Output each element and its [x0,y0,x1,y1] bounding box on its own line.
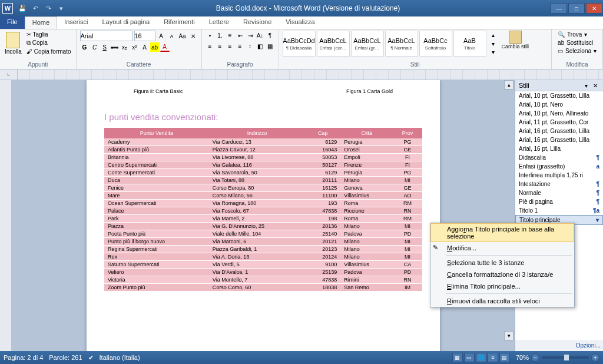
table-row[interactable]: Poeta Punto piùViale delle Mille, 104251… [104,230,422,238]
table-row[interactable]: FeniceCorso Europa, 8016125GenovaGE [104,184,422,192]
table-row[interactable]: Saturno SupermercatiVia Verdi, 59100Vill… [104,261,422,269]
document-viewport[interactable]: Figura ii: Carta Basic Figura 1 Carta Go… [12,80,515,351]
style-list-item[interactable]: Arial, 10 pt, Nero [515,100,603,109]
qat-redo-icon[interactable]: ↷ [44,4,53,13]
tab-layout[interactable]: Layout di pagina [95,16,157,29]
borders-button[interactable]: ▦ [266,41,275,51]
superscript-button[interactable]: x² [130,42,140,52]
highlight-button[interactable]: ab [150,42,160,52]
close-button[interactable]: ✕ [586,3,602,14]
style-list-item[interactable]: Interlinea multipla 1,25 ri [515,171,603,180]
zoom-percent[interactable]: 70% [516,354,529,361]
maximize-button[interactable]: □ [568,3,585,14]
gallery-up-icon[interactable]: ▴ [489,31,498,39]
style-list-item[interactable]: Arial, 10 pt, Grassetto, Lilla [515,91,603,100]
doc-scroll-up-button[interactable]: ▴ [504,80,513,90]
minimize-button[interactable]: — [551,3,567,14]
horizontal-ruler[interactable]: L [0,70,603,80]
view-outline-button[interactable]: ≡ [488,353,498,362]
align-center-button[interactable]: ≡ [216,41,225,51]
table-row[interactable]: Punto più il borgo nuovoVia Marconi, 620… [104,238,422,246]
paste-button[interactable]: Incolla [4,31,23,56]
styles-pane-close-icon[interactable]: ✕ [591,82,599,89]
text-effects-button[interactable]: A [140,42,150,52]
view-fullscreen-button[interactable]: ▭ [464,353,475,362]
tab-file[interactable]: File [0,16,25,29]
change-case-button[interactable]: Aa [178,31,187,41]
style-gallery-item[interactable]: AaBTitolo [453,31,486,57]
table-row[interactable]: Atlantis Punto piùPiazza Cavour, 1216043… [104,146,422,154]
table-row[interactable]: Ocean SupermercatiVia Romagna, 180193Rom… [104,200,422,207]
style-gallery-item[interactable]: AaBbCcLEnfasi (gr… [351,31,384,57]
menu-select-all-instances[interactable]: Seleziona tutte le 3 istanze [430,257,574,269]
zoom-out-button[interactable]: − [531,353,539,362]
table-row[interactable]: PiazzaVia G. D'Annunzio, 2520136MilanoMI [104,223,422,230]
view-print-layout-button[interactable]: ▦ [452,353,463,362]
tab-view[interactable]: Visualizza [279,16,322,29]
style-list-item[interactable]: Piè di pagina¶ [515,197,603,206]
find-button[interactable]: 🔍 Trova ▾ [555,31,599,38]
table-row[interactable]: PalaceVia Foscolo, 6747838RiccioneRN [104,207,422,215]
style-list-item[interactable]: Arial, 10 pt, Nero, Allineato [515,109,603,118]
underline-button[interactable]: S [100,42,110,52]
style-list-item[interactable]: Intestazione¶ [515,180,603,188]
tab-mailings[interactable]: Lettere [202,16,236,29]
styles-pane-dropdown-icon[interactable]: ▾ [583,82,589,89]
style-gallery-item[interactable]: AaBbCcLEnfasi (cor… [317,31,350,57]
table-row[interactable]: AcademyVia Carducci, 136129PerugiaPG [104,138,422,146]
zoom-slider[interactable] [542,356,589,359]
table-row[interactable]: VelieroVia D'Avalos, 125139PadovaPD [104,269,422,276]
font-size-input[interactable] [134,31,155,41]
align-right-button[interactable]: ≡ [226,41,235,51]
strike-button[interactable]: abc [110,42,120,52]
table-row[interactable]: MareCorso Milano, 5611100VillasimiusAO [104,192,422,200]
align-justify-button[interactable]: ≡ [236,41,245,51]
table-row[interactable]: ParkVia Mameli, 2198RomaRM [104,215,422,223]
table-row[interactable]: Zoom Punto piùCorso Como, 6018038San Rem… [104,284,422,292]
styles-options-link[interactable]: Opzioni... [576,342,601,349]
menu-remove-from-gallery[interactable]: Rimuovi dalla raccolta stili veloci [430,295,574,307]
bold-button[interactable]: G [80,42,90,52]
menu-update-style[interactable]: Aggiorna Titolo principale in base alla … [430,223,574,242]
style-list-item[interactable]: Titolo 1¶a [515,206,603,215]
status-language[interactable]: Italiano (Italia) [100,354,140,361]
vertical-ruler[interactable] [0,80,12,351]
italic-button[interactable]: C [90,42,100,52]
tab-insert[interactable]: Inserisci [57,16,95,29]
align-left-button[interactable]: ≡ [206,41,215,51]
replace-button[interactable]: ab Sostituisci [555,39,599,47]
table-row[interactable]: Centro SupermercatiVia Galatea, 11650127… [104,161,422,169]
decrease-indent-button[interactable]: ⇤ [236,31,245,40]
grow-font-button[interactable]: A [157,31,166,41]
qat-customize-icon[interactable]: ▾ [57,4,66,13]
table-row[interactable]: RexVia A. Doria, 1320124MilanoMI [104,253,422,261]
numbering-button[interactable]: 1. [216,31,225,40]
style-list-item[interactable]: Arial, 16 pt, Lilla [515,144,603,153]
menu-delete-style[interactable]: Elimina Titolo principale... [430,280,574,292]
zoom-slider-thumb[interactable] [564,355,569,360]
multilevel-button[interactable]: ≡ [226,31,235,40]
copy-button[interactable]: ⧉ Copia [25,39,72,47]
sales-table[interactable]: Punto VenditaIndirizzoCapCittàProv Acade… [104,128,422,292]
style-gallery-item[interactable]: AaBbCcSottotitolo [419,31,452,57]
shrink-font-button[interactable]: A [167,31,177,41]
table-row[interactable]: DucaVia Totani, 8820111MilanoMI [104,177,422,184]
table-row[interactable]: BritanniaVia Livornese, 8850053EmpoliFI [104,154,422,161]
view-web-button[interactable]: 🌐 [476,353,486,362]
doc-scroll-down-button[interactable]: ▾ [504,331,513,340]
qat-save-icon[interactable]: 💾 [18,4,27,13]
qat-undo-icon[interactable]: ↶ [31,4,40,13]
style-list-item[interactable]: Normale¶ [515,188,603,197]
style-list-item[interactable]: Didascalia¶ [515,153,603,162]
font-color-button[interactable]: A [160,42,170,52]
show-marks-button[interactable]: ¶ [266,31,275,40]
document-heading[interactable]: I punti vendita convenzionati: [104,112,422,122]
clear-format-button[interactable]: ✕ [188,31,198,41]
tab-references[interactable]: Riferimenti [157,16,202,29]
style-list-item[interactable]: Enfasi (grassetto)a [515,162,603,171]
tab-review[interactable]: Revisione [236,16,279,29]
select-button[interactable]: ▭ Seleziona ▾ [555,47,599,55]
status-words[interactable]: Parole: 261 [49,354,82,361]
table-row[interactable]: Conte SupermercatiVia Savonarola, 506129… [104,169,422,177]
font-name-input[interactable] [80,31,133,41]
